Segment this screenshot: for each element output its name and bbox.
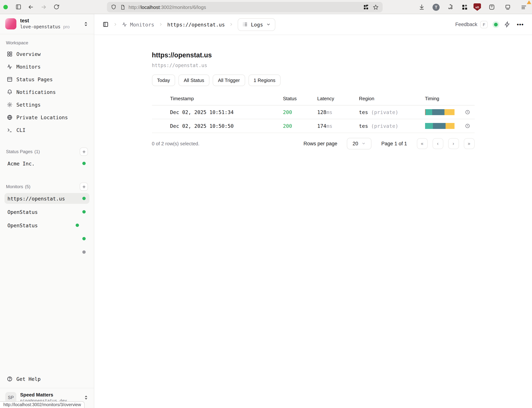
extension-puzzle-icon[interactable] (445, 2, 456, 12)
status-dot (82, 162, 86, 165)
page-title: https://openstat.us (152, 51, 474, 59)
cell-region: tes (private) (359, 105, 425, 119)
cell-status: 200 (283, 119, 317, 133)
workspace-plan-badge: pro (63, 24, 70, 29)
url-text[interactable]: http://localhost:3002/monitors/6/logs (128, 4, 206, 10)
clock-icon[interactable] (465, 123, 470, 128)
extensions-grid-icon[interactable] (461, 4, 468, 10)
filter-date-button[interactable]: Today (152, 75, 175, 86)
chevron-down-icon (362, 141, 366, 146)
column-timestamp[interactable]: Timestamp (170, 96, 283, 105)
selection-count: 0 of 2 row(s) selected. (152, 141, 200, 146)
profile-avatar-icon[interactable]: T (432, 4, 439, 11)
ublock-shield-icon[interactable]: uO (473, 3, 481, 11)
lightning-icon[interactable] (504, 21, 510, 28)
rows-per-page-select[interactable]: 20 (347, 138, 372, 149)
forward-button[interactable] (38, 2, 49, 12)
monitor-item[interactable]: OpenStatus (4, 220, 89, 231)
more-options-button[interactable]: ••• (517, 21, 524, 28)
filter-regions-button[interactable]: 1 Regions (248, 75, 280, 86)
grid-icon (7, 51, 13, 57)
column-status[interactable]: Status (283, 96, 317, 105)
traffic-light-green[interactable] (3, 5, 8, 9)
filter-trigger-button[interactable]: All Trigger (213, 75, 245, 86)
status-page-label: Acme Inc. (8, 161, 35, 167)
cell-timing (425, 105, 474, 119)
monitor-item[interactable] (4, 247, 89, 258)
shield-icon[interactable] (111, 4, 117, 10)
table-row[interactable]: Dec 02, 2025 10:51:34 200 128ms tes (pri… (152, 105, 474, 119)
monitor-label: OpenStatus (8, 222, 38, 228)
browser-toolbar: http://localhost:3002/monitors/6/logs T … (0, 0, 532, 14)
monitor-item[interactable]: https://openstat.us (4, 193, 89, 204)
shortcut-badge: F (480, 21, 488, 28)
last-page-button[interactable]: » (464, 138, 474, 149)
sidebar-item-notifications[interactable]: Notifications (4, 86, 89, 99)
rows-per-page-label: Rows per page (304, 141, 337, 146)
monitor-item[interactable] (4, 233, 89, 244)
column-timing[interactable]: Timing (425, 96, 474, 105)
table-row[interactable]: Dec 02, 2025 10:50:50 200 174ms tes (pri… (152, 119, 474, 133)
cell-region: tes (private) (359, 119, 425, 133)
feedback-button[interactable]: Feedback F (455, 21, 488, 28)
status-page-item[interactable]: Acme Inc. (4, 158, 89, 169)
sidebar-item-settings[interactable]: Settings (4, 99, 89, 111)
sidebar-item-monitors[interactable]: Monitors (4, 60, 89, 73)
back-button[interactable] (26, 2, 36, 12)
reload-button[interactable] (51, 2, 61, 12)
workspace-org: love-openstatus pro (20, 24, 83, 30)
column-latency[interactable]: Latency (317, 96, 359, 105)
downloads-icon[interactable] (416, 2, 427, 12)
panel-icon (7, 76, 13, 83)
get-help-link[interactable]: Get Help (4, 374, 89, 388)
sidebar-item-label: Monitors (17, 64, 41, 70)
address-bar[interactable]: http://localhost:3002/monitors/6/logs (107, 2, 383, 12)
pagination-controls: « ‹ › » (417, 138, 474, 149)
get-help-label: Get Help (17, 376, 41, 382)
previous-page-button[interactable]: ‹ (432, 138, 443, 149)
bookmark-star-icon[interactable] (372, 4, 379, 10)
cell-timing (425, 119, 474, 133)
sidebar-item-label: CLI (17, 127, 25, 133)
view-selector-button[interactable]: Logs (238, 18, 275, 31)
main-content: https://openstat.us https://openstat.us … (94, 35, 532, 408)
panel-left-icon[interactable] (102, 21, 109, 28)
add-status-page-button[interactable] (80, 148, 88, 156)
sidebar-item-label: Status Pages (17, 76, 53, 83)
devices-icon[interactable] (503, 2, 513, 12)
page-info-icon[interactable] (120, 4, 126, 10)
cell-timestamp: Dec 02, 2025 10:50:50 (170, 119, 283, 133)
picture-in-picture-icon[interactable] (363, 4, 369, 10)
screen: http://localhost:3002/monitors/6/logs T … (0, 0, 532, 408)
status-dot (82, 251, 86, 254)
page-subtitle: https://openstat.us (152, 63, 474, 68)
sidebar-toggle-icon[interactable] (13, 2, 24, 12)
sidebar-item-private-locations[interactable]: Private Locations (4, 111, 89, 124)
breadcrumb-monitors[interactable]: Monitors (122, 21, 154, 27)
add-monitor-button[interactable] (80, 183, 88, 191)
container-box-icon[interactable] (487, 2, 497, 12)
sidebar-item-label: Settings (17, 102, 41, 108)
clock-icon[interactable] (465, 110, 470, 115)
workspace-logo (5, 18, 17, 29)
next-page-button[interactable]: › (448, 138, 459, 149)
first-page-button[interactable]: « (417, 138, 428, 149)
cell-latency: 128ms (317, 105, 359, 119)
workspace-switcher[interactable]: test love-openstatus pro (0, 14, 94, 34)
app-menu-icon[interactable] (519, 2, 529, 12)
status-dot (82, 237, 86, 240)
logs-list-icon (242, 22, 248, 27)
monitor-item[interactable]: OpenStatus (4, 207, 89, 217)
filter-status-button[interactable]: All Status (178, 75, 209, 86)
monitor-label: OpenStatus (8, 209, 38, 215)
column-region[interactable]: Region (359, 96, 425, 105)
sidebar-item-overview[interactable]: Overview (4, 48, 89, 60)
sidebar-item-label: Overview (17, 51, 41, 57)
sidebar-item-status-pages[interactable]: Status Pages (4, 73, 89, 86)
breadcrumb-monitor-name[interactable]: https://openstat.us (167, 21, 225, 27)
sidebar-item-cli[interactable]: CLI (4, 124, 89, 136)
workspace-section-label: Workspace (4, 39, 89, 48)
activity-icon (7, 64, 13, 70)
filter-bar: Today All Status All Trigger 1 Regions (152, 75, 474, 86)
timing-bar (425, 109, 455, 115)
